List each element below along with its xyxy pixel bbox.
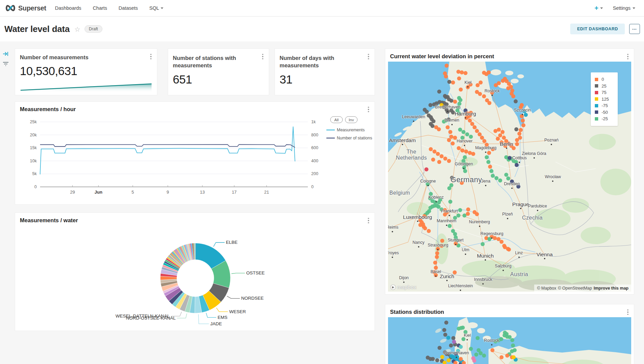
- legend-swatch: [595, 84, 598, 88]
- station-dot: [524, 113, 528, 117]
- city-marker-dot: [552, 180, 553, 182]
- station-dot: [521, 119, 525, 123]
- station-dot: [424, 167, 428, 171]
- x-axis-tick: 13: [200, 190, 205, 195]
- dashboard-grid: Number of measurements 10,530,631 Number…: [0, 41, 644, 364]
- nav-item-datasets[interactable]: Datasets: [119, 5, 138, 11]
- legend-swatch: [595, 117, 598, 121]
- map-legend-item--75[interactable]: -75: [595, 102, 618, 109]
- panel-menu-kebab-icon[interactable]: [366, 217, 371, 224]
- city-label: Bremerhaven: [435, 105, 460, 110]
- panel-stations-distribution: Stations distribution: [385, 304, 634, 364]
- city-label: Magdeburg: [475, 146, 496, 151]
- map-legend-item-75[interactable]: 75: [595, 89, 618, 96]
- city-marker-dot: [464, 145, 465, 146]
- city-label: Pardubice: [528, 204, 547, 209]
- svg-text:All: All: [334, 118, 339, 122]
- city-label: Nuremberg: [469, 220, 490, 225]
- station-dot: [444, 74, 448, 78]
- brand-name: Superset: [18, 4, 46, 12]
- city-marker-dot: [482, 283, 484, 285]
- osm-attribution-link[interactable]: © OpenStreetMap: [558, 286, 592, 291]
- card-menu-kebab-icon[interactable]: [260, 53, 265, 60]
- city-label: Plzeň: [502, 212, 513, 217]
- filter-icon[interactable]: [2, 61, 9, 67]
- card-number-of-days: Number of days with measurements 31: [275, 48, 375, 95]
- city-marker-dot: [418, 246, 419, 247]
- new-item-button[interactable]: +: [594, 4, 603, 12]
- map-legend-item-25[interactable]: 25: [595, 83, 618, 90]
- mapbox-attribution-link[interactable]: © Mapbox: [537, 286, 556, 291]
- panel-menu-kebab-icon[interactable]: [625, 308, 631, 316]
- nav-item-dashboards[interactable]: Dashboards: [55, 5, 81, 11]
- panel-menu-kebab-icon[interactable]: [366, 106, 371, 113]
- favorite-star-icon[interactable]: ☆: [74, 25, 80, 33]
- station-dot: [506, 86, 510, 90]
- station-dot: [482, 354, 486, 358]
- map-legend-item--25[interactable]: -25: [595, 115, 618, 122]
- station-dot: [482, 94, 486, 98]
- city-marker-dot: [518, 257, 520, 258]
- station-dot: [503, 331, 507, 335]
- city-marker-dot: [520, 208, 521, 209]
- map-legend-item-125[interactable]: 125: [595, 96, 618, 103]
- panel-water-level-deviation-map: Current water level deviation in percent: [385, 48, 634, 295]
- panel-menu-kebab-icon[interactable]: [625, 53, 631, 60]
- station-dot: [448, 200, 452, 204]
- station-dot: [448, 224, 452, 228]
- station-dot: [515, 163, 519, 167]
- station-dot: [498, 178, 502, 183]
- city-marker-dot: [485, 185, 486, 186]
- city-label: Austria: [510, 271, 528, 277]
- card-menu-kebab-icon[interactable]: [366, 53, 371, 60]
- card-menu-kebab-icon[interactable]: [148, 53, 154, 60]
- trend-sparkline: [20, 81, 153, 92]
- superset-logo[interactable]: Superset: [0, 4, 55, 12]
- station-dot: [461, 326, 465, 330]
- more-options-button[interactable]: ⋯: [629, 24, 640, 34]
- legend-swatch: [595, 91, 598, 94]
- station-dot: [477, 348, 481, 352]
- city-marker-dot: [402, 144, 403, 145]
- city-marker-dot: [447, 111, 448, 112]
- settings-label: Settings: [613, 5, 631, 11]
- improve-map-link[interactable]: Improve this map: [594, 286, 629, 291]
- station-dot: [451, 80, 455, 85]
- legend-entry[interactable]: Number of stations: [337, 136, 372, 140]
- city-label: Bremerhaven: [444, 351, 469, 356]
- mapbox-wordmark: mapbox: [397, 284, 417, 290]
- settings-menu[interactable]: Settings: [613, 5, 635, 11]
- legend-entry[interactable]: Measurements: [337, 128, 365, 132]
- y2-axis-tick: 1k: [311, 120, 316, 124]
- y-axis-tick: 0: [34, 185, 37, 189]
- deviation-map[interactable]: 02575125-75-50-25 ▸ mapbox © Mapbox © Op…: [388, 62, 631, 292]
- city-label: Prague: [512, 201, 529, 207]
- nav-item-label: SQL: [149, 5, 159, 11]
- station-dot: [487, 101, 491, 105]
- city-label: Cologne: [420, 179, 436, 184]
- station-dot: [479, 80, 483, 85]
- station-dot: [446, 125, 450, 129]
- map-legend-item--50[interactable]: -50: [595, 109, 618, 116]
- station-dot: [447, 80, 451, 84]
- stations-map[interactable]: KielRostockBremerhaven: [388, 317, 631, 364]
- expand-filter-bar-icon[interactable]: [2, 51, 9, 57]
- legend-label: -25: [602, 116, 608, 121]
- edit-dashboard-button[interactable]: EDIT DASHBOARD: [570, 24, 625, 34]
- nav-item-sql[interactable]: SQL: [149, 5, 163, 11]
- mapbox-logo[interactable]: ▸ mapbox: [390, 284, 417, 290]
- station-dot: [423, 226, 427, 230]
- nav-item-charts[interactable]: Charts: [93, 5, 107, 11]
- nav-item-label: Datasets: [119, 5, 138, 11]
- map-legend-item-0[interactable]: 0: [595, 76, 618, 83]
- city-label: Jena: [481, 179, 490, 184]
- station-dot: [453, 361, 457, 364]
- city-marker-dot: [403, 282, 405, 283]
- station-dot: [458, 208, 462, 212]
- city-label: Dijon: [399, 276, 409, 280]
- donut-label: ELBE: [226, 240, 238, 245]
- city-label: Zurich: [440, 274, 454, 279]
- city-marker-dot: [449, 215, 450, 216]
- city-marker-dot: [465, 117, 466, 119]
- donut-label: WESER: [229, 309, 246, 314]
